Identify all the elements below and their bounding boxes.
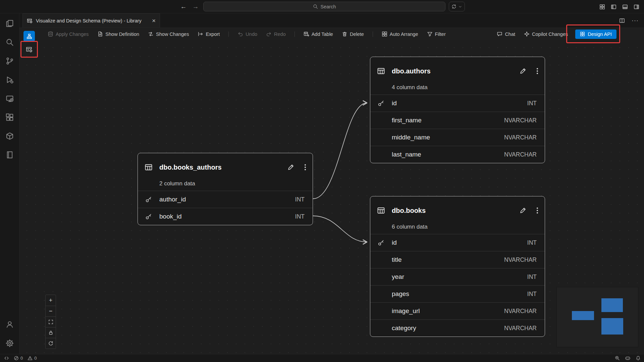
- chat-button[interactable]: Chat: [497, 31, 515, 37]
- settings-button[interactable]: [0, 334, 19, 353]
- zoom-in-button[interactable]: +: [46, 295, 56, 306]
- column-row[interactable]: last_name NVARCHAR: [370, 146, 545, 163]
- table-node-books[interactable]: dbo.books 6 column data id INT title NVA…: [370, 196, 545, 337]
- customize-layout-icon[interactable]: [599, 4, 605, 10]
- filter-label: Filter: [435, 32, 446, 37]
- column-row[interactable]: year INT: [370, 268, 545, 285]
- panel-bottom-icon[interactable]: [622, 4, 628, 10]
- copilot-changes-button[interactable]: Copilot Changes: [524, 31, 568, 37]
- table-node-authors[interactable]: dbo.authors 4 column data id INT first_n…: [370, 57, 545, 163]
- search-icon: [313, 4, 318, 9]
- sidebar-item-remote-explorer[interactable]: [0, 89, 19, 108]
- sidebar-item-notebook[interactable]: [0, 145, 19, 164]
- copilot-icon: [524, 31, 530, 37]
- column-row[interactable]: id INT: [370, 234, 545, 251]
- zoom-out-button[interactable]: −: [46, 306, 56, 316]
- forward-icon[interactable]: →: [191, 3, 200, 10]
- lock-button[interactable]: [46, 327, 56, 338]
- table-header: dbo.books: [370, 196, 545, 220]
- database-icon: [6, 132, 14, 140]
- remote-window-icon[interactable]: [4, 356, 9, 361]
- relationship-edge-author[interactable]: [313, 103, 367, 199]
- tab-title: Visualize and Design Schema (Preview) - …: [36, 18, 149, 23]
- column-row[interactable]: book_id INT: [138, 208, 313, 225]
- error-icon: [14, 356, 19, 361]
- toolbar-separator: [294, 32, 295, 37]
- column-type: NVARCHAR: [504, 151, 537, 158]
- add-table-button[interactable]: Add Table: [304, 31, 333, 37]
- account-button[interactable]: [0, 315, 19, 334]
- notifications-bell-icon[interactable]: [636, 356, 641, 361]
- column-type: NVARCHAR: [504, 256, 537, 263]
- show-changes-button[interactable]: Show Changes: [148, 31, 189, 37]
- minimap[interactable]: [557, 287, 638, 347]
- copilot-status-icon[interactable]: [625, 355, 631, 361]
- column-name: id: [392, 100, 527, 107]
- editor-area: Visualize and Design Schema (Preview) - …: [19, 13, 644, 354]
- relationship-edge-book[interactable]: [313, 216, 367, 242]
- close-icon[interactable]: ×: [152, 17, 156, 24]
- zoom-indicator-icon[interactable]: [615, 356, 620, 361]
- sidebar-item-run-debug[interactable]: [0, 70, 19, 89]
- sidebar-item-search[interactable]: [0, 33, 19, 52]
- column-row[interactable]: first_name NVARCHAR: [370, 112, 545, 129]
- auto-arrange-label: Auto Arrange: [390, 32, 418, 37]
- reset-view-button[interactable]: [46, 338, 56, 349]
- design-api-button[interactable]: Design API: [575, 29, 616, 39]
- back-icon[interactable]: ←: [179, 3, 188, 10]
- show-definition-button[interactable]: Show Definition: [97, 31, 139, 37]
- redo-button[interactable]: Redo: [266, 31, 286, 37]
- delete-button[interactable]: Delete: [342, 31, 364, 37]
- kebab-menu-icon[interactable]: [536, 67, 539, 75]
- column-name: title: [392, 256, 504, 263]
- settings-gear-icon: [6, 339, 14, 347]
- export-button[interactable]: Export: [198, 31, 220, 37]
- column-type: INT: [527, 274, 537, 281]
- primary-key-icon: [145, 196, 153, 203]
- split-editor-icon[interactable]: [619, 18, 625, 23]
- table-designer-button[interactable]: [24, 44, 35, 55]
- column-row[interactable]: id INT: [370, 95, 545, 112]
- schema-canvas[interactable]: dbo.books_authors 2 column data author_i…: [19, 40, 644, 354]
- auto-arrange-button[interactable]: Auto Arrange: [382, 31, 418, 37]
- panel-left-icon[interactable]: [611, 4, 616, 10]
- show-changes-label: Show Changes: [156, 32, 189, 37]
- warnings-indicator[interactable]: 0: [28, 356, 37, 361]
- filter-button[interactable]: Filter: [427, 31, 446, 37]
- panel-right-icon[interactable]: [634, 4, 639, 10]
- edit-pencil-icon[interactable]: [287, 164, 294, 171]
- schema-diagram-button[interactable]: [23, 31, 35, 42]
- table-header: dbo.books_authors: [138, 153, 313, 177]
- column-type: NVARCHAR: [504, 134, 537, 141]
- table-node-books-authors[interactable]: dbo.books_authors 2 column data author_i…: [138, 153, 313, 225]
- fit-view-button[interactable]: [46, 316, 56, 327]
- sidebar-item-extensions[interactable]: [0, 108, 19, 127]
- column-row[interactable]: title NVARCHAR: [370, 251, 545, 268]
- zoom-controls: + −: [45, 295, 56, 349]
- column-row[interactable]: image_url NVARCHAR: [370, 302, 545, 319]
- column-row[interactable]: pages INT: [370, 285, 545, 302]
- tab-schema-designer[interactable]: Visualize and Design Schema (Preview) - …: [22, 13, 160, 27]
- edit-pencil-icon[interactable]: [519, 207, 527, 214]
- column-row[interactable]: author_id INT: [138, 191, 313, 208]
- sidebar-item-explorer[interactable]: [0, 14, 19, 33]
- edit-pencil-icon[interactable]: [519, 67, 527, 75]
- column-row[interactable]: category NVARCHAR: [370, 319, 545, 337]
- apply-changes-button[interactable]: Apply Changes: [48, 31, 89, 37]
- column-type: NVARCHAR: [504, 325, 537, 332]
- sidebar-item-source-control[interactable]: [0, 52, 19, 70]
- kebab-menu-icon[interactable]: [304, 164, 307, 171]
- column-name: id: [392, 239, 527, 246]
- session-dropdown-button[interactable]: [449, 2, 465, 11]
- search-input[interactable]: Search: [203, 2, 445, 11]
- column-name: middle_name: [392, 134, 504, 141]
- errors-indicator[interactable]: 0: [14, 356, 23, 361]
- warning-icon: [28, 356, 33, 361]
- activity-bar: [0, 13, 19, 354]
- undo-button[interactable]: Undo: [237, 31, 257, 37]
- kebab-menu-icon[interactable]: [536, 207, 539, 214]
- sidebar-item-database[interactable]: [0, 127, 19, 145]
- column-row[interactable]: middle_name NVARCHAR: [370, 129, 545, 146]
- more-actions-icon[interactable]: ···: [632, 19, 639, 22]
- show-definition-icon: [97, 31, 103, 37]
